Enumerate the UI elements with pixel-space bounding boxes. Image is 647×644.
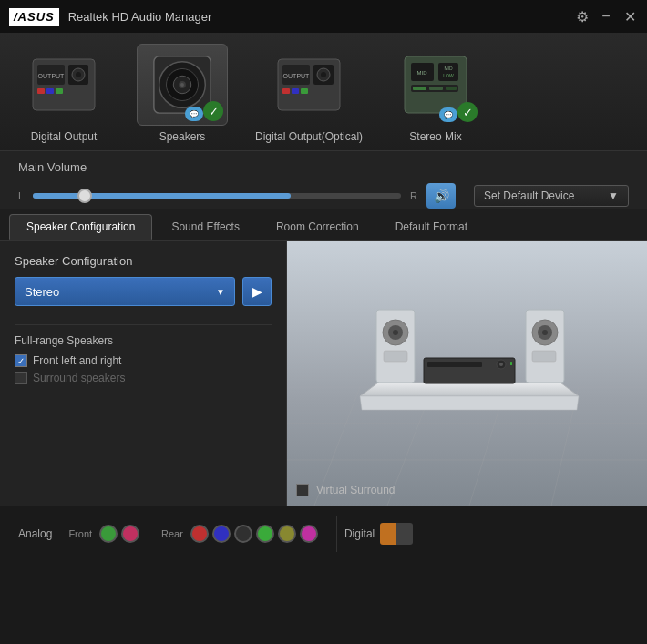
rear-blue-dot[interactable] bbox=[212, 525, 231, 543]
svg-rect-20 bbox=[301, 88, 308, 94]
device-stereo-mix[interactable]: MID MID LOW 💬 ✓ Stereo Mix bbox=[390, 44, 481, 143]
svg-rect-31 bbox=[413, 87, 426, 90]
vol-right-label: R bbox=[410, 190, 417, 201]
settings-icon[interactable]: ⚙ bbox=[574, 8, 591, 26]
close-button[interactable]: ✕ bbox=[621, 8, 638, 26]
virtual-surround-label: Virtual Surround bbox=[316, 484, 395, 496]
svg-rect-32 bbox=[429, 87, 443, 90]
device-icon-wrap-speakers: 💬 ✓ bbox=[137, 44, 228, 126]
stereo-mix-bubble: 💬 bbox=[439, 107, 457, 122]
config-select-row: Stereo ▼ ▶ bbox=[15, 277, 272, 306]
bottom-bar: Analog Front Rear Digital bbox=[0, 506, 647, 560]
device-icon-wrap-digital-output: OUTPUT bbox=[18, 44, 109, 126]
analog-front-pink-dot[interactable] bbox=[121, 525, 139, 543]
full-range-section-title: Full-range Speakers bbox=[15, 334, 272, 347]
speaker-config-section-title: Speaker Configuration bbox=[15, 254, 272, 268]
digital-output-icon: OUTPUT bbox=[28, 52, 99, 118]
rear-red-dot[interactable] bbox=[190, 525, 209, 543]
app-title: Realtek HD Audio Manager bbox=[68, 10, 565, 24]
device-speakers[interactable]: 💬 ✓ Speakers bbox=[137, 44, 228, 143]
config-select-arrow-icon: ▼ bbox=[216, 287, 225, 297]
front-left-right-row: ✓ Front left and right bbox=[15, 354, 272, 367]
title-bar: /ASUS Realtek HD Audio Manager ⚙ − ✕ bbox=[0, 0, 647, 33]
vol-left-label: L bbox=[18, 190, 24, 201]
surround-speakers-row: Surround speakers bbox=[15, 372, 272, 384]
tab-default-format[interactable]: Default Format bbox=[378, 214, 485, 240]
svg-rect-5 bbox=[56, 88, 63, 94]
volume-row: L R 🔊 bbox=[18, 183, 456, 209]
digital-icon-right bbox=[396, 523, 413, 545]
svg-rect-45 bbox=[427, 362, 482, 367]
tab-sound-effects[interactable]: Sound Effects bbox=[154, 214, 257, 240]
config-select-value: Stereo bbox=[25, 285, 59, 299]
svg-text:MID: MID bbox=[417, 70, 428, 76]
device-section: OUTPUT Digital Output 💬 ✓ bbox=[0, 33, 647, 151]
digital-output-optical-icon: OUTPUT bbox=[273, 52, 344, 118]
svg-point-14 bbox=[180, 83, 184, 87]
svg-point-8 bbox=[76, 72, 81, 77]
analog-front-green-dot[interactable] bbox=[99, 525, 118, 543]
volume-slider[interactable] bbox=[33, 193, 401, 199]
config-select-dropdown[interactable]: Stereo ▼ bbox=[15, 277, 235, 306]
svg-rect-33 bbox=[446, 87, 457, 90]
svg-rect-48 bbox=[510, 362, 512, 365]
surround-speakers-checkbox[interactable] bbox=[15, 372, 27, 384]
digital-icon[interactable] bbox=[380, 523, 413, 545]
svg-rect-18 bbox=[282, 88, 290, 94]
volume-container: Main Volume L R 🔊 Set Default Device ▼ bbox=[0, 151, 647, 209]
device-optical-label: Digital Output(Optical) bbox=[255, 130, 363, 143]
rear-label: Rear bbox=[161, 528, 183, 539]
volume-thumb[interactable] bbox=[77, 189, 92, 203]
svg-rect-3 bbox=[37, 88, 45, 94]
virtual-surround-checkbox[interactable] bbox=[296, 484, 309, 496]
speakers-check: ✓ bbox=[203, 101, 223, 121]
svg-point-23 bbox=[321, 72, 326, 77]
front-left-right-label: Front left and right bbox=[33, 354, 121, 367]
play-icon: ▶ bbox=[252, 284, 262, 299]
device-icon-wrap-stereo-mix: MID MID LOW 💬 ✓ bbox=[390, 44, 481, 126]
svg-marker-43 bbox=[360, 396, 579, 410]
volume-and-default: Main Volume L R 🔊 Set Default Device ▼ bbox=[18, 160, 629, 209]
svg-text:OUTPUT: OUTPUT bbox=[38, 73, 66, 79]
svg-point-57 bbox=[542, 330, 548, 335]
device-digital-output[interactable]: OUTPUT Digital Output bbox=[18, 44, 109, 143]
device-stereo-mix-label: Stereo Mix bbox=[409, 130, 461, 143]
speaker-viz-svg bbox=[287, 241, 647, 506]
svg-rect-4 bbox=[46, 88, 54, 94]
config-play-button[interactable]: ▶ bbox=[242, 277, 272, 306]
front-dots-section: Front bbox=[57, 525, 150, 543]
volume-fill bbox=[33, 193, 291, 199]
default-device-arrow: ▼ bbox=[608, 189, 619, 202]
rear-yellow-dot[interactable] bbox=[278, 525, 296, 543]
svg-rect-58 bbox=[532, 351, 556, 362]
svg-text:MID: MID bbox=[444, 66, 453, 71]
tabs-bar: Speaker Configuration Sound Effects Room… bbox=[0, 209, 647, 241]
virtual-surround-section: Virtual Surround bbox=[296, 484, 395, 496]
svg-marker-42 bbox=[360, 383, 579, 396]
full-range-section: Full-range Speakers ✓ Front left and rig… bbox=[15, 324, 272, 384]
window-controls: ⚙ − ✕ bbox=[574, 8, 638, 26]
asus-logo: /ASUS bbox=[9, 8, 59, 26]
svg-text:LOW: LOW bbox=[443, 73, 454, 78]
device-icon-wrap-optical: OUTPUT bbox=[263, 44, 354, 126]
volume-speaker-button[interactable]: 🔊 bbox=[426, 183, 456, 209]
rear-black-dot[interactable] bbox=[234, 525, 252, 543]
front-left-right-checkbox[interactable]: ✓ bbox=[15, 354, 27, 367]
front-label: Front bbox=[68, 528, 92, 539]
left-panel: Speaker Configuration Stereo ▼ ▶ Full-ra… bbox=[0, 241, 287, 506]
rear-green-dot[interactable] bbox=[256, 525, 274, 543]
digital-label: Digital bbox=[344, 527, 375, 540]
svg-rect-19 bbox=[292, 88, 299, 94]
rear-dots-section: Rear bbox=[150, 525, 329, 543]
svg-rect-53 bbox=[384, 351, 407, 362]
surround-speakers-label: Surround speakers bbox=[33, 372, 125, 384]
content-area: Speaker Configuration Stereo ▼ ▶ Full-ra… bbox=[0, 241, 647, 506]
minimize-button[interactable]: − bbox=[598, 8, 614, 25]
rear-purple-dot[interactable] bbox=[300, 525, 318, 543]
svg-point-47 bbox=[499, 363, 503, 366]
default-device-select[interactable]: Set Default Device ▼ bbox=[474, 185, 629, 207]
tab-room-correction[interactable]: Room Correction bbox=[259, 214, 376, 240]
device-digital-output-optical[interactable]: OUTPUT Digital Output(Optical) bbox=[255, 44, 363, 143]
digital-icon-left bbox=[380, 523, 396, 545]
tab-speaker-configuration[interactable]: Speaker Configuration bbox=[9, 214, 152, 240]
